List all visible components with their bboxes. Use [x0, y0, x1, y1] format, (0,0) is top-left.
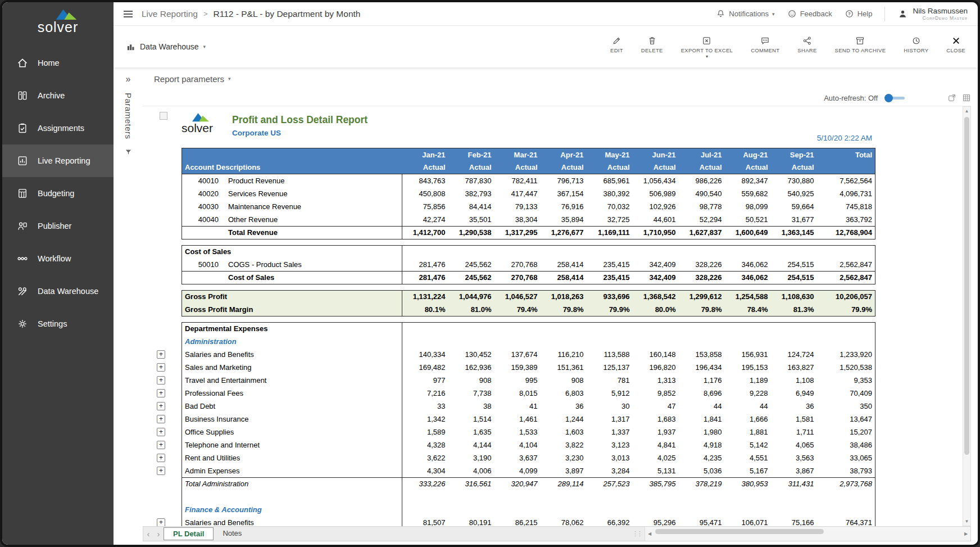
sidebar-item-label: Home	[38, 58, 60, 67]
value-cell	[679, 503, 725, 516]
menu-icon[interactable]	[124, 9, 133, 19]
help-button[interactable]: ? Help	[845, 9, 873, 19]
value-cell: 84,414	[448, 200, 494, 213]
expand-row-button[interactable]: +	[157, 428, 165, 436]
value-cell: 81.3%	[771, 303, 817, 316]
sidebar-item-live-reporting[interactable]: Live Reporting	[2, 144, 114, 177]
horizontal-scrollbar[interactable]: ◀ ▶	[645, 527, 970, 541]
sidebar-item-publisher[interactable]: Publisher	[2, 210, 114, 242]
sidebar-item-label: Publisher	[38, 221, 71, 230]
close-button[interactable]: CLOSE	[946, 36, 965, 53]
month-header-cell: Total	[817, 148, 875, 161]
expand-row-button[interactable]: +	[157, 402, 165, 410]
value-cell	[494, 490, 541, 503]
scenario-header-cell: Actual	[679, 161, 725, 174]
row-label-cell: Gross Profit	[182, 290, 402, 303]
edit-button[interactable]: EDIT	[610, 36, 623, 53]
delete-button[interactable]: DELETE	[641, 36, 663, 53]
expand-row-button[interactable]: +	[157, 415, 165, 423]
notifications-button[interactable]: Notifications ▾	[716, 9, 774, 19]
sidebar-item-workflow[interactable]: Workflow	[2, 242, 114, 275]
row-label-cell: Administration	[182, 335, 402, 348]
report-parameters-toggle[interactable]: Report parameters ▾	[143, 67, 971, 90]
value-cell: 258,414	[541, 258, 587, 271]
data-source-dropdown[interactable]: Data Warehouse ▾	[126, 42, 206, 52]
value-cell	[402, 490, 448, 503]
parameters-panel-collapsed[interactable]: » Parameters	[114, 67, 143, 545]
row-label-cell: +Telephone and Internet	[182, 438, 402, 451]
share-button[interactable]: SHARE	[797, 36, 816, 53]
breadcrumb: Live Reporting > R112 - P&L - by Departm…	[142, 9, 360, 19]
value-cell: 363,792	[817, 213, 875, 226]
value-cell	[725, 503, 771, 516]
comment-button[interactable]: COMMENT	[751, 36, 779, 53]
vertical-scroll-track[interactable]	[963, 115, 970, 517]
solver-logo[interactable]: solver	[2, 2, 114, 40]
value-cell: 1,317	[587, 413, 633, 426]
outline-corner-button[interactable]	[160, 112, 167, 120]
value-cell: 42,274	[402, 213, 448, 226]
expand-row-button[interactable]: +	[157, 454, 165, 462]
send-to-archive-button[interactable]: SEND TO ARCHIVE	[835, 36, 886, 53]
value-cell: 1,937	[633, 426, 679, 438]
sidebar-item-archive[interactable]: Archive	[2, 79, 114, 112]
value-cell: 490,540	[679, 187, 725, 200]
autorefresh-toggle[interactable]	[886, 97, 905, 100]
expand-row-button[interactable]: +	[157, 389, 165, 397]
splitter-grip[interactable]: ⋮⋮	[632, 530, 641, 537]
action-label: HISTORY	[904, 47, 928, 53]
grid-view-icon[interactable]	[962, 93, 971, 102]
sidebar-item-assignments[interactable]: Assignments	[2, 112, 114, 144]
vertical-scrollbar[interactable]: ▲ ▼	[963, 106, 971, 526]
feedback-button[interactable]: Feedback	[787, 9, 832, 19]
row-label-cell: +Business Insurance	[182, 413, 402, 426]
tab-notes[interactable]: Notes	[214, 527, 251, 540]
value-cell: 787,830	[448, 174, 494, 187]
value-cell: 32,725	[587, 213, 633, 226]
tab-label: PL Detail	[173, 530, 204, 538]
expand-row-button[interactable]: +	[157, 376, 165, 385]
sidebar-item-data-warehouse[interactable]: Data Warehouse	[2, 275, 114, 308]
expand-row-button[interactable]: +	[157, 350, 165, 359]
tab-scroll-left-button[interactable]: ‹	[143, 529, 153, 539]
solver-logo-mark	[190, 112, 211, 122]
sidebar-item-budgeting[interactable]: Budgeting	[2, 177, 114, 210]
tab-scroll-right-button[interactable]: ›	[153, 529, 164, 539]
scroll-up-button[interactable]: ▲	[963, 107, 970, 115]
table-row: Departmental Expenses	[182, 322, 875, 335]
sidebar-item-settings[interactable]: Settings	[2, 308, 114, 340]
value-cell: 380,953	[725, 477, 771, 490]
expand-row-button[interactable]: +	[157, 441, 165, 449]
expand-row-button[interactable]: +	[157, 518, 165, 526]
scroll-down-button[interactable]: ▼	[963, 517, 970, 526]
value-cell: 6,803	[541, 387, 587, 400]
scroll-left-button[interactable]: ◀	[645, 531, 654, 536]
fullscreen-icon[interactable]	[947, 93, 956, 102]
breadcrumb-live-reporting[interactable]: Live Reporting	[142, 9, 198, 19]
export-excel-icon	[702, 36, 711, 46]
value-cell: 5,131	[633, 464, 679, 477]
value-cell: 4,096,731	[817, 187, 875, 200]
user-menu[interactable]: Nils Rasmussen CorpDemo Master	[897, 7, 968, 21]
value-cell	[541, 335, 587, 348]
horizontal-scroll-thumb[interactable]	[655, 529, 824, 534]
value-cell	[771, 322, 817, 335]
tab-pl-detail[interactable]: PL Detail	[164, 527, 214, 540]
account-name: Maintenance Revenue	[228, 202, 301, 211]
expand-panel-icon[interactable]: »	[126, 74, 131, 84]
expand-row-button[interactable]: +	[157, 467, 165, 475]
account-name: Departmental Expenses	[185, 324, 267, 333]
expand-row-button[interactable]: +	[157, 363, 165, 372]
sidebar-item-home[interactable]: Home	[2, 47, 114, 79]
value-cell: 5,036	[679, 464, 725, 477]
export-to-excel-button[interactable]: EXPORT TO EXCEL▾	[681, 36, 733, 58]
vertical-scroll-thumb[interactable]	[964, 117, 969, 455]
value-cell: 4,006	[448, 464, 494, 477]
value-cell: 1,131,224	[402, 290, 448, 303]
scroll-right-button[interactable]: ▶	[961, 531, 970, 536]
history-button[interactable]: HISTORY	[904, 36, 928, 53]
value-cell: 1,108	[771, 374, 817, 387]
value-cell: 2,562,847	[817, 271, 875, 284]
value-cell: 3,190	[448, 451, 494, 464]
horizontal-scroll-track[interactable]	[654, 527, 961, 541]
